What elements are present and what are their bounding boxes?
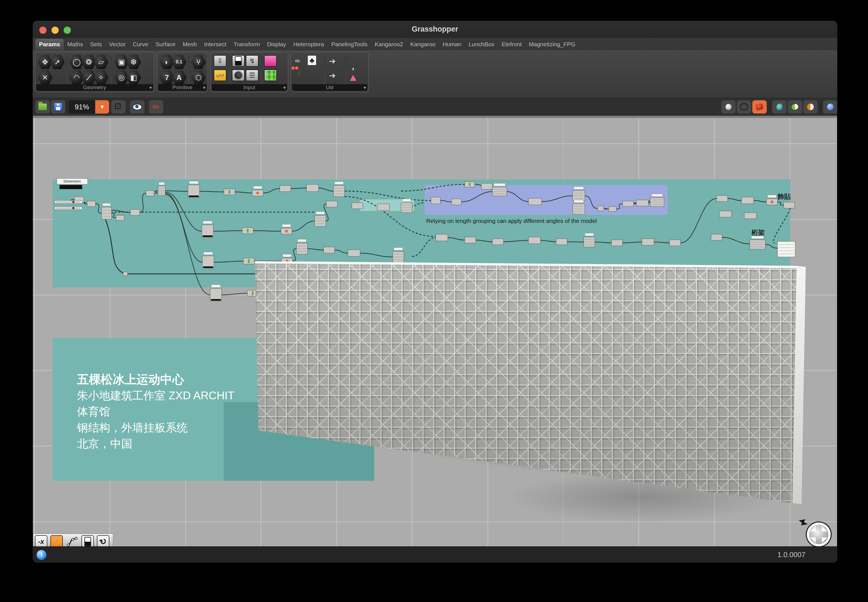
group-expand-icon[interactable]: ▾ xyxy=(149,85,152,90)
preview-wireframe-button[interactable] xyxy=(737,100,751,114)
tab-display[interactable]: Display xyxy=(264,39,290,50)
sphere-blue-icon xyxy=(827,104,834,110)
info-balloon-icon[interactable]: ! xyxy=(37,550,46,560)
canvas-navigation-ball[interactable] xyxy=(807,522,831,546)
snowflake-icon[interactable]: ❆ xyxy=(126,55,141,69)
tab-surface[interactable]: Surface xyxy=(152,39,179,50)
graph-icon[interactable]: ⑂ xyxy=(191,55,206,69)
fit-extents-button[interactable] xyxy=(111,100,126,114)
group-geometry: ✥ ➚ ✕ ◯ ❂ ▱ ◠ ⟋ ✧ ▣ ❆ ◎ ◧ Geometry ▾ xyxy=(35,52,155,92)
tab-kangaroo2[interactable]: Kangaroo2 xyxy=(371,39,406,50)
paint-drip-icon xyxy=(55,539,58,545)
sphere-orange-icon xyxy=(807,104,814,110)
save-file-button[interactable] xyxy=(51,100,65,114)
knob-icon[interactable] xyxy=(232,69,245,81)
blob-teal-icon xyxy=(776,104,782,110)
tab-intersect[interactable]: Intersect xyxy=(200,39,230,50)
paint-drip-button[interactable] xyxy=(51,535,63,546)
fit-extents-icon xyxy=(115,103,122,111)
right-arrow-icon[interactable]: ➜ xyxy=(329,71,336,80)
canvas-mini-toolbar: -x ↻ xyxy=(33,534,113,546)
group-label-geometry: Geometry xyxy=(36,84,153,91)
tab-kangaroo[interactable]: Kangaroo xyxy=(406,39,439,50)
open-file-button[interactable] xyxy=(35,100,50,114)
group-expand-icon[interactable]: ▾ xyxy=(284,85,286,90)
tab-lunchbox[interactable]: LunchBox xyxy=(465,39,498,50)
nav-arrow-icon xyxy=(822,526,827,531)
right-arrow-icon[interactable]: ➜ xyxy=(329,56,336,66)
zoom-control[interactable]: 91% ▾ xyxy=(69,100,109,114)
group-expand-icon[interactable]: ▾ xyxy=(203,85,205,90)
version-label: 1.0.0007 xyxy=(778,550,805,559)
pink-panel-icon[interactable] xyxy=(264,55,277,67)
galapagos-tree-icon[interactable]: ♣ xyxy=(308,56,316,65)
tab-params[interactable]: Params xyxy=(35,39,64,50)
tab-mesh[interactable]: Mesh xyxy=(179,39,200,50)
tab-maths[interactable]: Maths xyxy=(64,39,87,50)
tab-sets[interactable]: Sets xyxy=(87,39,106,50)
list-panel-icon[interactable]: ☰ xyxy=(246,69,259,81)
mesh-hex-icon[interactable]: ⬡ xyxy=(191,70,206,85)
wire-display-icon xyxy=(67,537,78,547)
project-type: 体育馆 xyxy=(77,404,235,419)
project-location: 北京，中国 xyxy=(77,436,235,452)
number-01-icon[interactable]: 0.1 xyxy=(172,55,187,69)
sketch-button[interactable]: ✎ xyxy=(149,100,163,114)
tab-curve[interactable]: Curve xyxy=(129,39,152,50)
component-toolbar: ✥ ➚ ✕ ◯ ❂ ▱ ◠ ⟋ ✧ ▣ ❆ ◎ ◧ Geometry ▾ ◐ xyxy=(33,50,837,98)
sparkle-icon[interactable]: ✧ xyxy=(94,70,109,85)
surface-icon[interactable]: ◧ xyxy=(126,70,141,85)
group-expand-icon[interactable]: ▾ xyxy=(364,85,366,90)
preview-sphere-button[interactable] xyxy=(803,100,817,114)
green-swatch-icon[interactable] xyxy=(264,69,277,81)
canvas-toolbar: 91% ▾ ✎ xyxy=(33,98,837,116)
tab-magnetizing-fpg[interactable]: Magnetizing_FPG xyxy=(525,39,579,50)
solver-toggle-button[interactable] xyxy=(81,535,94,546)
slider-icon[interactable]: ⇩ xyxy=(214,55,226,67)
project-architect: 朱小地建筑工作室 ZXD ARCHIT xyxy=(77,387,235,404)
cancel-icon[interactable]: ✕ xyxy=(38,70,52,85)
group-primitive: ◐ 0.1 7 A ⑂ ⬡ Primitive ▾ xyxy=(156,52,208,92)
grasshopper-window: Grasshopper Params Maths Sets Vector Cur… xyxy=(33,21,837,563)
preview-wire-icon xyxy=(740,103,748,111)
math-expression-button[interactable]: -x xyxy=(35,535,48,546)
tab-heteroptera[interactable]: Heteroptera xyxy=(290,39,328,50)
nav-arrow-icon xyxy=(810,538,816,543)
vector-arrow-icon[interactable]: ➚ xyxy=(50,55,65,69)
preview-toggle-button[interactable] xyxy=(130,100,144,114)
wire-display-button[interactable] xyxy=(66,535,78,546)
desktop: Grasshopper Params Maths Sets Vector Cur… xyxy=(0,0,868,602)
group-util: ∞ ♣ ➜ ➜ Util ▾ xyxy=(291,52,369,92)
preview-blue-button[interactable] xyxy=(823,100,837,114)
text-A-icon[interactable]: A xyxy=(172,70,187,85)
preview-blob-button[interactable] xyxy=(772,100,787,114)
tab-transform[interactable]: Transform xyxy=(230,39,264,50)
timer-icon: ↻ xyxy=(98,536,109,546)
truss-front-face xyxy=(255,258,808,508)
toggle-solver-icon xyxy=(84,537,91,546)
save-file-icon xyxy=(54,103,62,111)
preview-capsule-button[interactable] xyxy=(788,100,802,114)
sketch-pen-icon: ✎ xyxy=(150,101,162,113)
window-title: Grasshopper xyxy=(33,25,837,34)
tab-elefront[interactable]: Elefront xyxy=(498,39,525,50)
lightning-icon[interactable]: ↯ xyxy=(246,55,259,67)
preview-off-icon xyxy=(725,104,732,110)
scribble-icon[interactable]: 〰 xyxy=(214,69,226,81)
toggle-icon[interactable] xyxy=(232,55,245,67)
zoom-dropdown-icon[interactable]: ▾ xyxy=(95,100,109,114)
preview-shaded-button[interactable] xyxy=(752,100,767,114)
timer-button[interactable]: ↻ xyxy=(97,535,109,546)
plane-icon[interactable]: ▱ xyxy=(94,55,109,69)
title-bar[interactable]: Grasshopper xyxy=(33,21,837,38)
flask-icon[interactable] xyxy=(350,70,356,75)
preview-shaded-icon xyxy=(755,103,764,111)
preview-off-button[interactable] xyxy=(721,100,736,114)
tab-vector[interactable]: Vector xyxy=(106,39,129,50)
definition-canvas[interactable]: Relying on length grouping can apply dif… xyxy=(33,116,837,546)
tab-panelingtools[interactable]: PanelingTools xyxy=(328,39,371,50)
group-label-primitive: Primitive xyxy=(158,84,207,91)
tab-human[interactable]: Human xyxy=(439,39,465,50)
nav-arrow-icon xyxy=(810,526,816,531)
spectacles-icon[interactable]: ∞ xyxy=(295,57,299,64)
